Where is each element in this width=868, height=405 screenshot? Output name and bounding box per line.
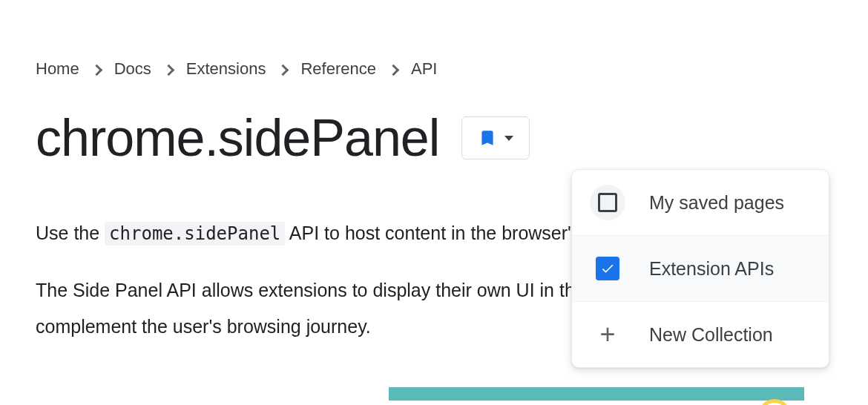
bookmark-menu-extension-apis[interactable]: Extension APIs [572, 235, 829, 301]
bookmark-icon [478, 128, 497, 148]
decorative-teal-bar [389, 387, 804, 401]
bookmark-menu-new-collection[interactable]: + New Collection [572, 301, 829, 367]
chevron-right-icon [163, 64, 175, 76]
chevron-right-icon [388, 64, 400, 76]
bookmark-button[interactable] [461, 116, 530, 159]
checkbox-unchecked-icon [590, 185, 625, 220]
breadcrumb: Home Docs Extensions Reference API [36, 59, 868, 79]
bookmark-menu-label: New Collection [649, 324, 773, 346]
intro-p1-prefix: Use the [36, 223, 105, 243]
chevron-right-icon [91, 64, 102, 76]
breadcrumb-reference[interactable]: Reference [300, 59, 376, 79]
breadcrumb-docs[interactable]: Docs [114, 59, 151, 79]
bookmark-dropdown: My saved pages Extension APIs + New Coll… [571, 169, 829, 368]
caret-down-icon [504, 136, 513, 141]
bookmark-menu-label: My saved pages [649, 192, 784, 214]
intro-p1-code: chrome.sidePanel [105, 222, 285, 246]
bookmark-menu-my-saved-pages[interactable]: My saved pages [572, 170, 829, 235]
breadcrumb-extensions[interactable]: Extensions [186, 59, 266, 79]
breadcrumb-home[interactable]: Home [36, 59, 79, 79]
chevron-right-icon [277, 64, 289, 76]
checkbox-checked-icon [590, 251, 625, 286]
bookmark-menu-label: Extension APIs [649, 258, 774, 280]
breadcrumb-api[interactable]: API [411, 59, 437, 79]
page-title: chrome.sidePanel [36, 108, 439, 168]
plus-icon: + [590, 317, 625, 352]
